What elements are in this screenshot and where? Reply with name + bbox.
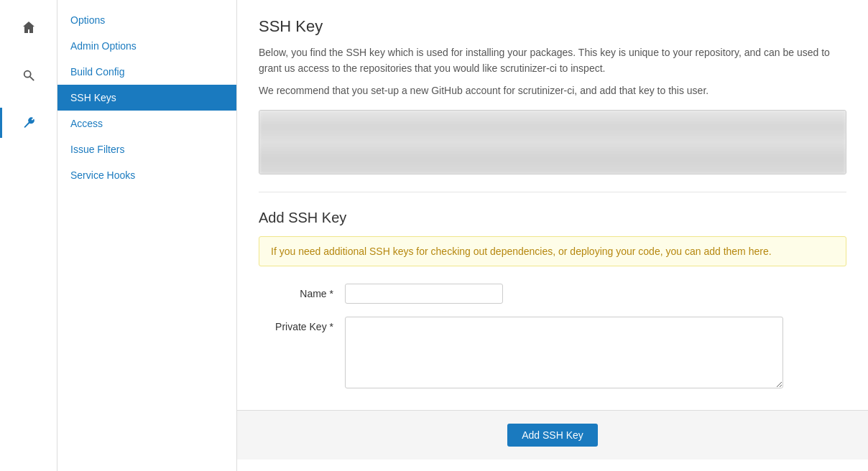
name-input[interactable]: [345, 284, 503, 304]
add-ssh-key-button[interactable]: Add SSH Key: [507, 424, 598, 447]
section-divider: [259, 192, 846, 192]
sidebar-wrench-icon[interactable]: [0, 108, 57, 138]
sidebar-item-admin-options[interactable]: Admin Options: [57, 33, 236, 59]
sidebar-search-icon[interactable]: [0, 60, 57, 90]
private-key-form-group: Private Key *: [259, 317, 846, 388]
svg-point-0: [24, 71, 30, 78]
main-content: SSH Key Below, you find the SSH key whic…: [237, 0, 868, 471]
info-box: If you need additional SSH keys for chec…: [259, 236, 846, 266]
icon-sidebar: [0, 0, 57, 471]
svg-line-1: [29, 77, 33, 80]
sidebar-item-access[interactable]: Access: [57, 111, 236, 136]
nav-sidebar: Options Admin Options Build Config SSH K…: [57, 0, 237, 471]
sidebar-item-service-hooks[interactable]: Service Hooks: [57, 162, 236, 188]
page-title: SSH Key: [259, 17, 846, 36]
sidebar-item-ssh-keys[interactable]: SSH Keys: [57, 85, 236, 111]
private-key-label: Private Key *: [259, 317, 345, 332]
description-1: Below, you find the SSH key which is use…: [259, 45, 846, 77]
add-section-title: Add SSH Key: [259, 210, 846, 226]
sidebar-item-build-config[interactable]: Build Config: [57, 59, 236, 85]
private-key-input[interactable]: [345, 317, 783, 388]
description-2: We recommend that you set-up a new GitHu…: [259, 83, 846, 98]
ssh-key-blurred: [259, 111, 846, 174]
name-label: Name *: [259, 284, 345, 299]
ssh-key-display: [259, 110, 846, 174]
sidebar-item-options[interactable]: Options: [57, 7, 236, 33]
sidebar-home-icon[interactable]: [0, 11, 57, 43]
form-footer: Add SSH Key: [237, 410, 868, 460]
sidebar-item-issue-filters[interactable]: Issue Filters: [57, 136, 236, 162]
name-form-group: Name *: [259, 284, 846, 304]
